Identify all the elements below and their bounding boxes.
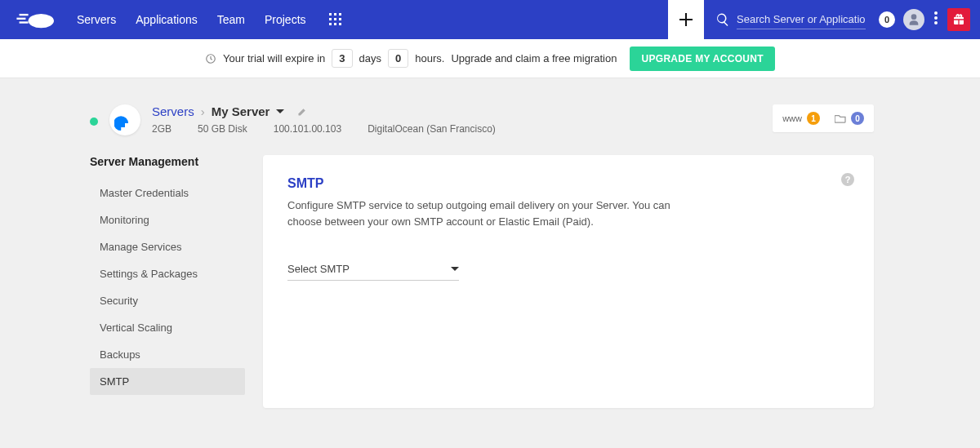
chevron-right-icon: › <box>201 104 205 118</box>
grid-icon <box>329 13 342 26</box>
help-icon[interactable]: ? <box>841 173 854 186</box>
sidebar-heading: Server Management <box>90 155 245 168</box>
sidebar-item-settings-packages[interactable]: Settings & Packages <box>90 260 245 287</box>
folder-icon <box>835 113 846 123</box>
smtp-select-label: Select SMTP <box>287 263 350 275</box>
trial-days: 3 <box>332 49 352 68</box>
nav-projects[interactable]: Projects <box>265 13 306 26</box>
chevron-down-icon <box>451 265 459 273</box>
svg-rect-11 <box>334 23 336 25</box>
svg-rect-19 <box>116 126 118 127</box>
search-input[interactable] <box>737 10 866 29</box>
primary-nav: Servers Applications Team Projects <box>77 13 306 26</box>
server-meta: 2GB 50 GB Disk 100.101.00.103 DigitalOce… <box>152 123 496 135</box>
main-card: ? SMTP Configure SMTP service to setup o… <box>263 155 874 408</box>
gift-button[interactable] <box>947 8 970 31</box>
svg-point-15 <box>934 21 938 24</box>
chip-apps-count: 0 <box>851 112 864 125</box>
meta-ip: 100.101.00.103 <box>274 123 341 135</box>
meta-disk: 50 GB Disk <box>198 123 247 135</box>
svg-rect-9 <box>339 18 341 20</box>
search-count-badge: 0 <box>879 11 895 28</box>
breadcrumb-root[interactable]: Servers <box>152 104 194 118</box>
svg-rect-4 <box>329 13 332 16</box>
cloud-logo-icon <box>16 11 56 29</box>
chip-www[interactable]: www 1 <box>782 112 820 125</box>
caret-down-icon[interactable] <box>276 108 284 116</box>
status-dot-icon <box>90 118 98 126</box>
provider-logo <box>109 104 140 135</box>
card-title: SMTP <box>287 176 849 191</box>
more-menu[interactable] <box>931 11 941 28</box>
search-icon <box>715 12 730 27</box>
svg-point-13 <box>934 11 938 15</box>
svg-rect-0 <box>16 18 25 20</box>
sidebar-item-vertical-scaling[interactable]: Vertical Scaling <box>90 314 245 341</box>
svg-rect-7 <box>329 18 332 20</box>
gift-icon <box>952 13 965 26</box>
nav-servers[interactable]: Servers <box>77 13 116 26</box>
logo[interactable] <box>0 11 72 29</box>
svg-rect-5 <box>334 13 336 16</box>
search-wrap: 0 <box>715 10 895 29</box>
trial-hours-label: hours. <box>415 52 444 64</box>
content-row: Server Management Master Credentials Mon… <box>0 135 980 408</box>
kebab-icon <box>934 11 938 24</box>
meta-ram: 2GB <box>152 123 172 135</box>
meta-provider: DigitalOcean (San Francisco) <box>368 123 496 135</box>
user-icon <box>907 13 920 26</box>
sidebar-item-backups[interactable]: Backups <box>90 341 245 368</box>
edit-icon[interactable] <box>297 107 307 117</box>
nav-applications[interactable]: Applications <box>136 13 198 26</box>
svg-point-14 <box>934 16 938 20</box>
smtp-select[interactable]: Select SMTP <box>287 258 459 281</box>
plus-icon <box>679 13 693 26</box>
svg-rect-17 <box>121 123 125 127</box>
svg-rect-8 <box>334 18 336 20</box>
chip-www-count: 1 <box>807 112 820 125</box>
sidebar-item-manage-services[interactable]: Manage Services <box>90 233 245 260</box>
server-chips: www 1 0 <box>773 104 874 132</box>
clock-icon <box>205 53 216 64</box>
card-desc: Configure SMTP service to setup outgoing… <box>287 197 679 230</box>
svg-rect-18 <box>118 127 121 130</box>
chip-apps[interactable]: 0 <box>835 112 864 125</box>
svg-rect-2 <box>20 21 29 23</box>
sidebar-item-security[interactable]: Security <box>90 287 245 314</box>
breadcrumb: Servers › My Server <box>152 104 496 118</box>
sidebar-item-monitoring[interactable]: Monitoring <box>90 206 245 233</box>
upgrade-button[interactable]: UPGRADE MY ACCOUNT <box>630 47 774 71</box>
digitalocean-icon <box>114 109 136 131</box>
trial-prefix: Your trial will expire in <box>223 52 325 64</box>
chip-www-label: www <box>782 113 802 123</box>
app-grid-button[interactable] <box>329 13 342 26</box>
svg-rect-10 <box>329 23 332 25</box>
svg-rect-6 <box>339 13 341 16</box>
nav-team[interactable]: Team <box>217 13 245 26</box>
sidebar-item-smtp[interactable]: SMTP <box>90 368 245 395</box>
breadcrumb-current[interactable]: My Server <box>212 104 270 118</box>
sidebar-item-master-credentials[interactable]: Master Credentials <box>90 180 245 206</box>
topbar: Servers Applications Team Projects 0 <box>0 0 980 39</box>
sidebar-list: Master Credentials Monitoring Manage Ser… <box>90 180 245 395</box>
trial-bar: Your trial will expire in 3 days 0 hours… <box>0 39 980 78</box>
trial-hours: 0 <box>388 49 408 68</box>
trial-suffix: Upgrade and claim a free migration <box>451 52 617 64</box>
sidebar: Server Management Master Credentials Mon… <box>90 155 245 408</box>
avatar[interactable] <box>903 9 924 30</box>
server-header-row: Servers › My Server 2GB 50 GB Disk 100.1… <box>0 78 980 135</box>
trial-days-label: days <box>359 52 381 64</box>
add-button[interactable] <box>668 0 704 39</box>
svg-rect-1 <box>20 14 29 16</box>
svg-point-3 <box>29 14 54 28</box>
svg-rect-12 <box>339 23 341 25</box>
